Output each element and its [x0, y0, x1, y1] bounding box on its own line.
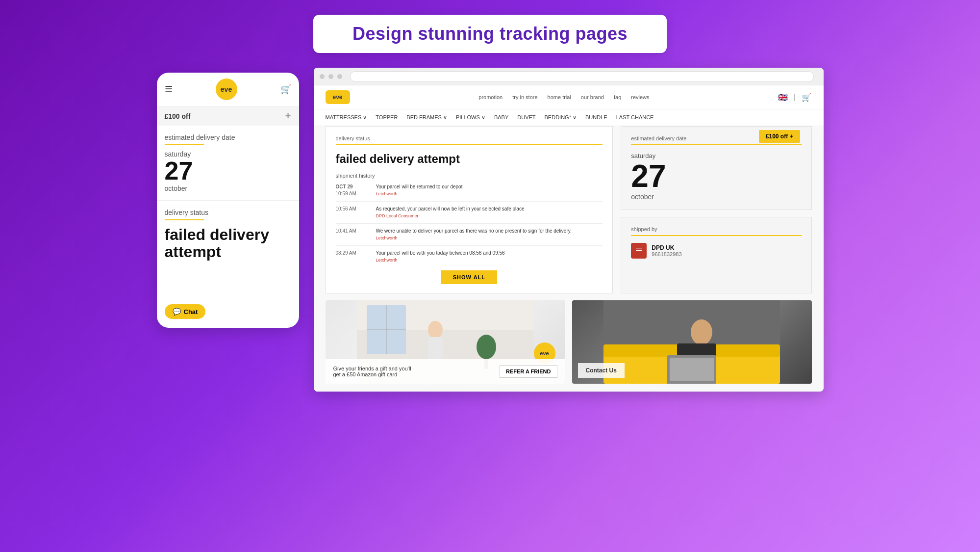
mobile-month: october	[165, 184, 291, 192]
nav-our-brand[interactable]: our brand	[581, 94, 604, 100]
laptop-svg	[603, 300, 780, 384]
browser-dot-3	[337, 74, 342, 79]
est-month: october	[631, 193, 801, 201]
history-date-1: OCT 29 10:59 AM	[336, 184, 370, 197]
chat-bubble-icon: 💬	[173, 308, 181, 315]
nav-duvet[interactable]: DUVET	[517, 114, 535, 121]
store-content: £100 off + delivery status failed delive…	[314, 126, 824, 392]
delivery-section-label: delivery status	[336, 135, 603, 141]
divider: |	[794, 93, 796, 102]
mobile-delivery-label: delivery status	[165, 209, 291, 216]
nav-pillows[interactable]: PILLOWS ∨	[456, 114, 485, 121]
svg-rect-1	[636, 250, 642, 251]
nav-bed-frames[interactable]: BED FRAMES ∨	[406, 114, 447, 121]
nav-reviews[interactable]: reviews	[631, 94, 649, 100]
tracking-number: 9661832983	[652, 251, 681, 257]
mobile-day-number: 27	[165, 158, 291, 184]
shipment-history-label: shipment history	[336, 173, 603, 179]
mobile-underline-2	[165, 219, 204, 220]
contact-overlay[interactable]: Contact Us	[578, 363, 625, 378]
nav-home-trial[interactable]: home trial	[548, 94, 571, 100]
nav-promotion[interactable]: promotion	[478, 94, 503, 100]
hamburger-icon[interactable]: ☰	[165, 84, 173, 95]
shipped-section-label: shipped by	[631, 226, 801, 232]
chat-button[interactable]: 💬 Chat	[165, 304, 206, 319]
history-text-3: We were unable to deliver your parcel as…	[376, 228, 572, 241]
shipped-details: DPD UK 9661832983	[652, 244, 681, 257]
history-date-4: 08:29 AM	[336, 250, 370, 263]
carrier-name: DPD UK	[652, 244, 681, 251]
svg-rect-11	[428, 337, 443, 359]
nav-topper[interactable]: TOPPER	[376, 114, 398, 121]
contact-button-text: Contact Us	[586, 367, 617, 374]
chat-button-label: Chat	[184, 308, 198, 315]
mobile-promo-text: £100 off	[165, 112, 191, 120]
history-divider-2	[336, 223, 603, 224]
history-item-4: 08:29 AM Your parcel will be with you to…	[336, 250, 603, 263]
mobile-cart-icon[interactable]: 🛒	[280, 84, 291, 95]
svg-point-9	[477, 335, 496, 359]
nav-bedding[interactable]: BEDDING* ∨	[545, 114, 577, 121]
browser-chrome	[314, 68, 824, 85]
mobile-estimated-section: estimated delivery date saturday 27 octo…	[157, 126, 299, 201]
history-text-1: Your parcel will be returned to our depo…	[376, 184, 463, 197]
content-grid-top: delivery status failed delivery attempt …	[326, 126, 812, 293]
history-date-2: 10:56 AM	[336, 206, 370, 219]
promo-badge-text: £100 off +	[766, 133, 793, 140]
nav-baby[interactable]: BABY	[494, 114, 508, 121]
history-text-2: As requested, your parcel will now be le…	[376, 206, 525, 219]
header-banner: Design stunning tracking pages	[313, 15, 667, 53]
nav-faq[interactable]: faq	[614, 94, 621, 100]
refer-button[interactable]: REFER A FRIEND	[500, 365, 557, 378]
svg-point-10	[428, 321, 443, 339]
nav-mattresses[interactable]: MATTRESSES ∨	[326, 114, 367, 121]
mobile-mockup: ☰ eve 🛒 £100 off + estimated delivery da…	[157, 73, 299, 328]
promo-badge[interactable]: £100 off +	[759, 130, 800, 143]
delivery-status-title: failed delivery attempt	[336, 152, 603, 166]
show-all-button[interactable]: SHOW ALL	[441, 270, 497, 284]
browser-dot-2	[328, 74, 333, 79]
estimated-shipped-col: estimated delivery date saturday 27 octo…	[621, 126, 811, 293]
language-icon[interactable]: 🇬🇧	[778, 93, 788, 102]
mobile-promo-bar: £100 off +	[157, 106, 299, 126]
store-nav-top: promotion try in store home trial our br…	[478, 94, 649, 100]
mobile-delivery-section: delivery status failed delivery attempt	[157, 201, 299, 268]
est-day-number: 27	[631, 160, 801, 192]
nav-bundle[interactable]: BUNDLE	[585, 114, 607, 121]
history-divider-1	[336, 201, 603, 202]
browser-dot-1	[320, 74, 325, 79]
refer-text: Give your friends a gift and you'll get …	[333, 366, 412, 377]
history-text-4: Your parcel will be with you today betwe…	[376, 250, 505, 263]
nav-try-in-store[interactable]: try in store	[512, 94, 537, 100]
browser-address-bar[interactable]	[350, 71, 814, 82]
refer-overlay: Give your friends a gift and you'll get …	[326, 359, 565, 384]
history-date-3: 10:41 AM	[336, 228, 370, 241]
delivery-underline	[336, 144, 603, 145]
mobile-header: ☰ eve 🛒	[157, 73, 299, 106]
main-container: ☰ eve 🛒 £100 off + estimated delivery da…	[157, 68, 824, 392]
shipped-by-card: shipped by	[621, 217, 811, 293]
svg-rect-18	[670, 358, 714, 381]
cart-icon[interactable]: 🛒	[802, 93, 811, 102]
store-nav-icons: 🇬🇧 | 🛒	[778, 93, 811, 102]
history-item-2: 10:56 AM As requested, your parcel will …	[336, 206, 603, 219]
history-item-1: OCT 29 10:59 AM Your parcel will be retu…	[336, 184, 603, 197]
mobile-promo-plus-icon[interactable]: +	[285, 110, 291, 122]
shipped-underline	[631, 235, 801, 236]
page-title: Design stunning tracking pages	[352, 24, 628, 44]
bottom-images: eve Give your friends a gift and you'll …	[326, 300, 812, 384]
mobile-underline-1	[165, 144, 204, 145]
contact-image-card: Contact Us	[572, 300, 812, 384]
svg-point-15	[691, 319, 712, 345]
store-header: eve promotion try in store home trial ou…	[314, 85, 824, 126]
history-item-3: 10:41 AM We were unable to deliver your …	[336, 228, 603, 241]
dpd-logo	[631, 243, 647, 259]
estimated-underline	[631, 144, 801, 145]
mobile-delivery-status: failed delivery attempt	[165, 226, 291, 261]
store-content-wrapper: £100 off + delivery status failed delive…	[326, 126, 812, 384]
store-logo: eve	[326, 90, 350, 104]
browser-mockup: eve promotion try in store home trial ou…	[314, 68, 824, 392]
shipped-info: DPD UK 9661832983	[631, 243, 801, 259]
nav-last-chance[interactable]: LAST CHANCE	[616, 114, 654, 121]
history-divider-3	[336, 245, 603, 246]
